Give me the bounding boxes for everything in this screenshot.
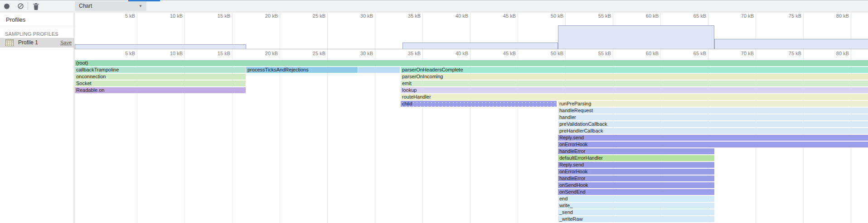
flame-bar-handlerequest[interactable]: handleRequest bbox=[558, 108, 868, 114]
ruler-tick-label: 20 kB bbox=[251, 51, 278, 56]
ruler-tick-label: 25 kB bbox=[298, 51, 325, 56]
ruler-tick-label: 60 kB bbox=[631, 13, 659, 19]
ruler-tick-label: 35 kB bbox=[393, 13, 421, 19]
ruler-tick-label: 45 kB bbox=[489, 51, 516, 56]
flame-bar-onconnection[interactable]: onconnection bbox=[75, 74, 246, 80]
gridline bbox=[375, 49, 375, 223]
ruler-tick-label: 10 kB bbox=[155, 13, 183, 19]
sidebar-divider bbox=[0, 26, 74, 26]
ruler-tick-label: 75 kB bbox=[774, 13, 801, 19]
ruler-tick-label: 15 kB bbox=[203, 51, 230, 56]
profile-name: Profile 1 bbox=[18, 39, 38, 46]
gridline bbox=[327, 13, 328, 49]
flame-bar-prevalidationcallback[interactable]: preValidationCallback bbox=[558, 121, 868, 127]
ruler-tick-label: 65 kB bbox=[679, 51, 706, 56]
flame-bar-onerrorhook[interactable]: onErrorHook bbox=[558, 142, 868, 147]
flame-bar-send[interactable]: _send bbox=[558, 209, 714, 215]
overview-usage-segment bbox=[75, 44, 246, 49]
flame-bar-socket[interactable]: Socket bbox=[75, 81, 246, 86]
profile-table-icon bbox=[5, 39, 14, 46]
ruler-tick-label: 25 kB bbox=[298, 13, 325, 19]
gridline bbox=[375, 13, 375, 49]
ruler-tick-label: 80 kB bbox=[822, 51, 849, 56]
ruler-tick-label: 70 kB bbox=[727, 51, 754, 56]
ruler-tick-label: 50 kB bbox=[536, 13, 563, 19]
flame-bar-onsendend[interactable]: onSendEnd bbox=[558, 189, 714, 195]
chart-view-select[interactable]: Chart ▼ bbox=[75, 1, 146, 11]
flame-bar-routehandler[interactable]: routeHandler bbox=[401, 94, 868, 100]
record-icon[interactable] bbox=[4, 4, 10, 9]
clear-all-icon[interactable] bbox=[17, 3, 24, 9]
flame-bar-parseronheaderscomplete[interactable]: parserOnHeadersComplete bbox=[401, 67, 868, 73]
flame-bar-write[interactable]: write_ bbox=[558, 203, 714, 209]
flame-bar-parseronincoming[interactable]: parserOnIncoming bbox=[401, 74, 868, 80]
flame-bar-handler[interactable]: handler bbox=[558, 114, 868, 120]
flame-bar-child[interactable]: child bbox=[401, 101, 557, 107]
ruler-tick-label: 35 kB bbox=[393, 51, 421, 56]
gridline bbox=[280, 49, 280, 223]
overview-usage-segment bbox=[714, 39, 868, 49]
sampling-profiles-section-header: SAMPLING PROFILES bbox=[5, 31, 58, 37]
flame-bar-end[interactable]: end bbox=[558, 196, 714, 202]
ruler-tick-label: 55 kB bbox=[584, 51, 611, 56]
memory-profiler-panel: Chart ▼ Profiles SAMPLING PROFILES Profi… bbox=[0, 0, 868, 223]
sidebar-item-profile-1[interactable]: Profile 1 Save bbox=[0, 38, 74, 47]
overview-usage-segment bbox=[402, 43, 558, 49]
flame-bar-lookup[interactable]: lookup bbox=[401, 87, 868, 93]
chevron-down-icon: ▼ bbox=[139, 1, 142, 11]
flame-bar-callbacktrampoline[interactable]: callbackTrampoline bbox=[75, 67, 246, 73]
ruler-tick-label: 45 kB bbox=[489, 13, 516, 19]
ruler-tick-label: 75 kB bbox=[774, 51, 801, 56]
flame-bar-handleerror[interactable]: handleError bbox=[558, 176, 714, 181]
ruler-tick-label: 65 kB bbox=[679, 13, 706, 19]
save-link[interactable]: Save bbox=[60, 40, 72, 45]
flame-bar-writeraw[interactable]: _writeRaw bbox=[558, 216, 714, 222]
ruler-tick-label: 10 kB bbox=[155, 51, 183, 56]
flame-bar-defaulterrorhandler[interactable]: defaultErrorHandler bbox=[558, 155, 714, 161]
flame-bar-reply-send[interactable]: Reply.send bbox=[558, 162, 714, 168]
flame-bar-prehandlercallback[interactable]: preHandlerCallback bbox=[558, 128, 868, 134]
ruler-tick-label: 5 kB bbox=[108, 51, 135, 56]
ruler-tick-label: 60 kB bbox=[631, 51, 659, 56]
flame-bar-emit[interactable]: emit bbox=[401, 81, 868, 86]
flame-bar-onerrorhook[interactable]: onErrorHook bbox=[558, 169, 714, 175]
ruler-tick-label: 70 kB bbox=[727, 13, 754, 19]
toolbar: Chart ▼ bbox=[0, 0, 868, 12]
flame-bar-root[interactable]: (root) bbox=[75, 60, 868, 66]
flame-bar-processticksandrejections[interactable]: processTicksAndRejections bbox=[246, 67, 358, 73]
profiles-sidebar: Profiles SAMPLING PROFILES Profile 1 Sav… bbox=[0, 13, 74, 223]
flame-chart-pane: 5 kB10 kB15 kB20 kB25 kB30 kB35 kB40 kB4… bbox=[74, 49, 868, 223]
ruler-tick-label: 15 kB bbox=[203, 13, 230, 19]
sidebar-heading: Profiles bbox=[6, 16, 25, 23]
flame-bar-unlabeled[interactable] bbox=[358, 67, 400, 73]
trash-icon[interactable] bbox=[33, 3, 40, 10]
ruler-tick-label: 55 kB bbox=[584, 13, 611, 19]
ruler-tick-label: 30 kB bbox=[346, 51, 373, 56]
flame-bar-onsendhook[interactable]: onSendHook bbox=[558, 182, 714, 188]
gridline bbox=[280, 13, 280, 49]
gridline bbox=[137, 13, 137, 49]
ruler-tick-label: 30 kB bbox=[346, 13, 373, 19]
ruler-tick-label: 20 kB bbox=[251, 13, 278, 19]
memory-overview-pane[interactable]: 5 kB10 kB15 kB20 kB25 kB30 kB35 kB40 kB4… bbox=[74, 13, 868, 49]
flame-bar-runpreparsing[interactable]: runPreParsing bbox=[558, 101, 868, 107]
gridline bbox=[184, 13, 185, 49]
flame-chart-main: 5 kB10 kB15 kB20 kB25 kB30 kB35 kB40 kB4… bbox=[74, 13, 868, 223]
ruler-tick-label: 50 kB bbox=[536, 51, 563, 56]
ruler-tick-label: 40 kB bbox=[441, 51, 468, 56]
ruler-tick-label: 80 kB bbox=[822, 13, 849, 19]
ruler-tick-label: 40 kB bbox=[441, 13, 468, 19]
ruler-tick-label: 5 kB bbox=[108, 13, 135, 19]
toolbar-separator bbox=[28, 2, 28, 10]
flame-bar-readable-on[interactable]: Readable.on bbox=[75, 87, 246, 93]
overview-usage-segment bbox=[558, 25, 714, 49]
flame-bar-reply-send[interactable]: Reply.send bbox=[558, 135, 868, 141]
flame-bar-handleerror[interactable]: handleError bbox=[558, 148, 714, 154]
gridline bbox=[327, 49, 328, 223]
gridline bbox=[232, 13, 233, 49]
chart-view-select-value: Chart bbox=[79, 3, 92, 9]
